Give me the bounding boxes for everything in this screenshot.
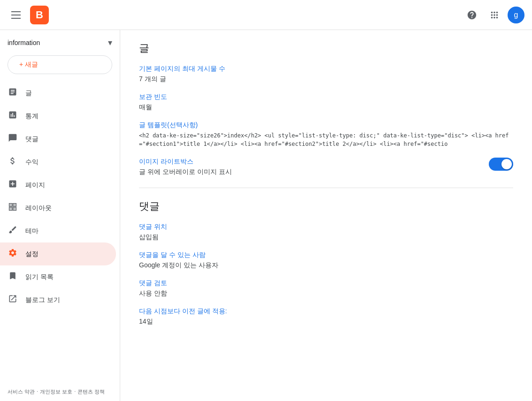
lightbox-setting: 이미지 라이트박스 글 위에 오버레이로 이미지 표시 (139, 158, 513, 176)
comment-apply-before-label[interactable]: 다음 시점보다 이전 글에 적용: (139, 307, 513, 316)
max-posts-setting: 기본 페이지의 최대 게시물 수 7 개의 글 (139, 65, 513, 83)
sidebar-item-comments-label: 댓글 (25, 135, 39, 144)
max-posts-label[interactable]: 기본 페이지의 최대 게시물 수 (139, 65, 513, 73)
sidebar-item-settings[interactable]: 설정 (0, 242, 116, 265)
sidebar-item-layout[interactable]: 레이아웃 (0, 197, 116, 219)
sidebar-item-view-blog[interactable]: 블로그 보기 (0, 288, 116, 311)
main-container: information ▾ + 새글 글 통계 (0, 30, 532, 401)
user-avatar[interactable]: g (508, 7, 524, 23)
comment-location-value: 삽입됨 (139, 233, 513, 242)
sidebar-item-earnings[interactable]: 수익 (0, 151, 116, 174)
dropdown-arrow-icon: ▾ (108, 38, 112, 48)
sidebar-item-earnings-label: 수익 (25, 158, 39, 166)
blog-name: information (8, 39, 104, 46)
content-policy-link[interactable]: 콘텐츠 정책 (77, 388, 105, 395)
show-frequency-value: 매월 (139, 103, 513, 112)
sidebar-item-theme[interactable]: 테마 (0, 219, 116, 242)
menu-icon[interactable] (8, 8, 24, 23)
content-area: 글 기본 페이지의 최대 게시물 수 7 개의 글 보관 빈도 매월 글 템플릿… (120, 30, 532, 401)
sidebar-item-stats[interactable]: 통계 (0, 105, 116, 128)
apps-button[interactable] (485, 6, 504, 24)
sidebar-item-view-blog-label: 블로그 보기 (25, 296, 60, 304)
sidebar-item-reading-list-label: 읽기 목록 (25, 273, 54, 281)
privacy-link[interactable]: 개인정보 보호 (40, 388, 72, 395)
max-posts-value: 7 개의 글 (139, 75, 513, 83)
sidebar-item-pages-label: 페이지 (25, 181, 45, 189)
sidebar-item-layout-label: 레이아웃 (25, 204, 52, 212)
sidebar-item-pages[interactable]: 페이지 (0, 174, 116, 197)
theme-icon (8, 225, 18, 237)
stats-icon (8, 110, 18, 122)
sidebar-item-comments[interactable]: 댓글 (0, 128, 116, 151)
post-template-setting: 글 템플릿(선택사항) <h2 data-ke-size="size26">in… (139, 121, 513, 148)
comment-moderation-label[interactable]: 댓글 검토 (139, 279, 513, 288)
settings-icon (8, 248, 18, 260)
header-left: B (8, 6, 49, 24)
sidebar-item-stats-label: 통계 (25, 112, 39, 121)
layout-icon (8, 202, 18, 214)
view-blog-icon (8, 294, 18, 306)
comment-location-label[interactable]: 댓글 위치 (139, 223, 513, 231)
comment-location-setting: 댓글 위치 삽입됨 (139, 223, 513, 242)
show-frequency-label[interactable]: 보관 빈도 (139, 93, 513, 101)
help-button[interactable] (463, 6, 481, 24)
section-divider (139, 188, 513, 188)
comment-apply-before-value: 14일 (139, 318, 513, 326)
lightbox-description: 글 위에 오버레이로 이미지 표시 (139, 168, 489, 176)
sidebar-nav: 글 통계 댓글 수익 (0, 82, 120, 311)
header-right: g (463, 6, 524, 24)
posts-section-title: 글 (139, 41, 513, 55)
posts-icon (8, 87, 18, 99)
lightbox-label[interactable]: 이미지 라이트박스 (139, 158, 489, 166)
comment-moderation-setting: 댓글 검토 사용 안함 (139, 279, 513, 298)
reading-list-icon (8, 271, 18, 283)
comments-icon (8, 133, 18, 145)
who-can-comment-label[interactable]: 댓글을 달 수 있는 사람 (139, 251, 513, 259)
comments-section-title: 댓글 (139, 199, 513, 213)
sidebar: information ▾ + 새글 글 통계 (0, 30, 120, 401)
earnings-icon (8, 156, 18, 168)
comment-apply-before-setting: 다음 시점보다 이전 글에 적용: 14일 (139, 307, 513, 326)
sidebar-item-posts-label: 글 (25, 89, 32, 98)
comment-moderation-value: 사용 안함 (139, 289, 513, 298)
who-can-comment-value: Google 계정이 있는 사용자 (139, 261, 513, 270)
pages-icon (8, 179, 18, 191)
blogger-logo[interactable]: B (30, 6, 49, 24)
sidebar-item-settings-label: 설정 (25, 250, 39, 258)
show-frequency-setting: 보관 빈도 매월 (139, 93, 513, 112)
new-post-button[interactable]: + 새글 (8, 55, 112, 74)
lightbox-toggle[interactable] (489, 158, 513, 171)
terms-link[interactable]: 서비스 약관 (8, 388, 35, 395)
header: B g (0, 0, 532, 30)
post-template-value: <h2 data-ke-size="size26">index</h2> <ul… (139, 131, 513, 148)
sidebar-footer: 서비스 약관 · 개인정보 보호 · 콘텐츠 정책 (0, 383, 120, 401)
sidebar-item-theme-label: 테마 (25, 227, 39, 235)
sidebar-item-reading-list[interactable]: 읽기 목록 (0, 265, 116, 288)
post-template-label[interactable]: 글 템플릿(선택사항) (139, 121, 513, 129)
sidebar-item-posts[interactable]: 글 (0, 82, 116, 105)
blog-selector[interactable]: information ▾ (0, 30, 120, 52)
who-can-comment-setting: 댓글을 달 수 있는 사람 Google 계정이 있는 사용자 (139, 251, 513, 270)
